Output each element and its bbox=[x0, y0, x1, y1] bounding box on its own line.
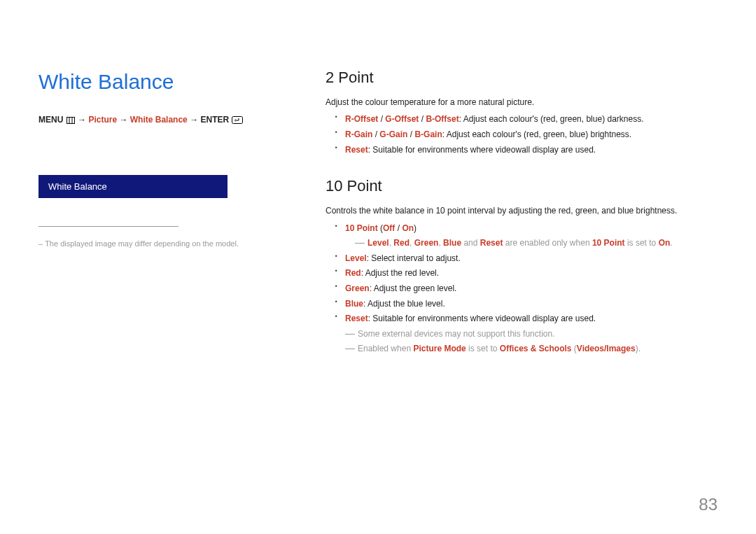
list-item: Reset: Suitable for environments where v… bbox=[345, 311, 718, 327]
dash-icon: – bbox=[38, 239, 43, 248]
menu-preview-box: White Balance bbox=[38, 175, 227, 198]
breadcrumb-white-balance: White Balance bbox=[130, 115, 188, 125]
breadcrumb-enter: ENTER bbox=[200, 115, 229, 125]
list-item: R-Gain / G-Gain / B-Gain: Adjust each co… bbox=[345, 127, 718, 143]
page-number: 83 bbox=[699, 495, 718, 514]
arrow-icon: → bbox=[190, 115, 198, 125]
dash-icon: ― bbox=[345, 328, 355, 339]
list-item: R-Offset / G-Offset / B-Offset: Adjust e… bbox=[345, 112, 718, 127]
list-item: Red: Adjust the red level. bbox=[345, 266, 718, 281]
section-2-point-title: 2 Point bbox=[326, 69, 718, 87]
left-column: White Balance MENU → Picture → White Bal… bbox=[38, 70, 276, 357]
dash-icon: ― bbox=[345, 342, 355, 353]
arrow-icon: → bbox=[78, 115, 86, 125]
list-item: 10 Point (Off / On) bbox=[345, 221, 718, 237]
model-note: –The displayed image may differ dependin… bbox=[38, 239, 276, 248]
arrow-icon: → bbox=[119, 115, 127, 125]
dash-icon: ― bbox=[355, 237, 365, 248]
menu-box-label: White Balance bbox=[48, 181, 107, 192]
svg-rect-0 bbox=[66, 118, 74, 124]
section-2-point-intro: Adjust the colour temperature for a more… bbox=[326, 95, 718, 109]
section-10-point-list-2: Level: Select interval to adjust. Red: A… bbox=[326, 251, 718, 327]
section-10-point-list: 10 Point (Off / On) bbox=[326, 221, 718, 237]
list-item: Blue: Adjust the blue level. bbox=[345, 297, 718, 312]
section-2-point-list: R-Offset / G-Offset / B-Offset: Adjust e… bbox=[326, 112, 718, 157]
divider-line bbox=[38, 226, 178, 227]
breadcrumb-picture: Picture bbox=[88, 115, 117, 125]
enter-icon bbox=[232, 116, 243, 126]
section-10-point-intro: Controls the white balance in 10 point i… bbox=[326, 204, 718, 218]
section-10-point-title: 10 Point bbox=[326, 177, 718, 195]
menu-grid-icon bbox=[66, 116, 75, 126]
page-content: White Balance MENU → Picture → White Bal… bbox=[0, 0, 756, 357]
list-item: Green: Adjust the green level. bbox=[345, 281, 718, 297]
list-item: Reset: Suitable for environments where v… bbox=[345, 143, 718, 158]
right-column: 2 Point Adjust the colour temperature fo… bbox=[326, 70, 718, 357]
breadcrumb: MENU → Picture → White Balance → ENTER bbox=[38, 115, 276, 126]
breadcrumb-menu: MENU bbox=[38, 115, 63, 125]
page-title: White Balance bbox=[38, 70, 276, 94]
sub-note: ―Level, Red, Green, Blue and Reset are e… bbox=[326, 236, 718, 251]
footer-note-2: ―Enabled when Picture Mode is set to Off… bbox=[326, 342, 718, 357]
footer-note-1: ―Some external devices may not support t… bbox=[326, 327, 718, 342]
list-item: Level: Select interval to adjust. bbox=[345, 251, 718, 267]
